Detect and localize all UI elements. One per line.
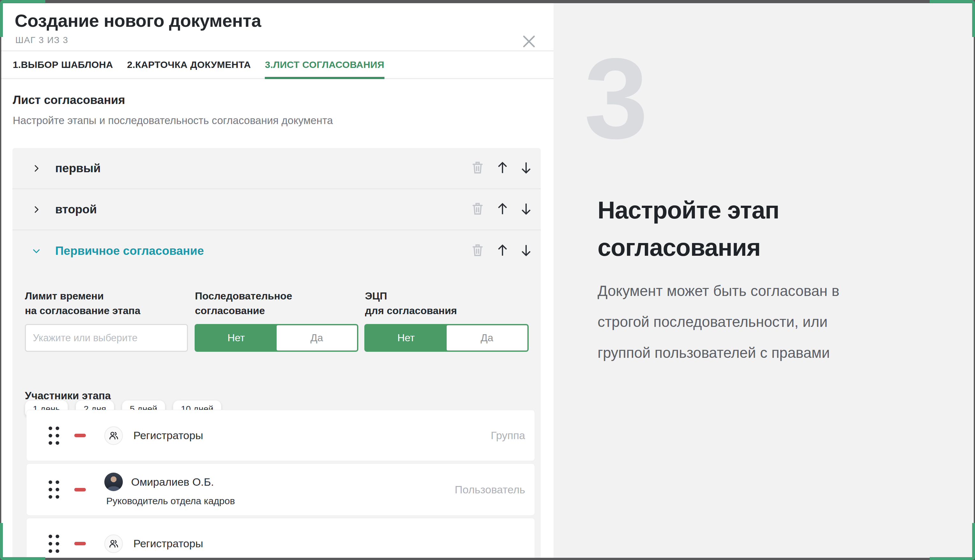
signature-toggle: Нет Да xyxy=(364,324,529,352)
delete-stage-button[interactable] xyxy=(470,201,485,217)
backdrop-sliver-left xyxy=(0,0,1,560)
move-stage-up-button[interactable] xyxy=(496,160,509,177)
trash-icon xyxy=(470,160,485,177)
arrow-up-icon xyxy=(496,160,509,177)
group-icon xyxy=(104,427,123,445)
step-big-number: 3 xyxy=(584,41,648,156)
stage-actions xyxy=(470,201,533,217)
move-stage-down-button[interactable] xyxy=(520,160,533,177)
participants-heading: Участники этапа xyxy=(25,390,111,402)
stage-row-3[interactable]: Первичное согласование xyxy=(12,230,541,272)
sequential-option-yes[interactable]: Да xyxy=(277,325,357,350)
participant-type: Группа xyxy=(491,429,525,442)
arrow-down-icon xyxy=(520,201,533,217)
section-title: Лист согласования xyxy=(13,93,125,107)
participant-position: Руководитель отдела кадров xyxy=(106,496,235,507)
signature-option-yes[interactable]: Да xyxy=(447,325,528,350)
modal-title: Создание нового документа xyxy=(15,10,261,31)
tab-template-choice[interactable]: 1.ВЫБОР ШАБЛОНА xyxy=(13,51,113,78)
move-stage-up-button[interactable] xyxy=(496,201,509,217)
stage-row-2[interactable]: второй xyxy=(12,189,541,230)
participant-name: Омиралиев О.Б. xyxy=(131,476,214,488)
drag-handle-icon[interactable] xyxy=(48,480,60,499)
close-icon xyxy=(519,31,539,52)
remove-participant-button[interactable] xyxy=(74,484,86,495)
stage-title: второй xyxy=(55,203,97,216)
drag-handle-icon[interactable] xyxy=(48,426,60,445)
trash-icon xyxy=(470,243,485,259)
stages-accordion: первый xyxy=(12,148,541,558)
chevron-down-icon[interactable] xyxy=(32,246,41,256)
trash-icon xyxy=(470,201,485,217)
screenshot-frame: Создание нового документа ШАГ 3 ИЗ 3 1.В… xyxy=(0,0,975,560)
highlight-corner-top-right xyxy=(930,0,975,37)
signature-label: ЭЦП для согласования xyxy=(365,288,457,318)
remove-participant-button[interactable] xyxy=(74,430,86,442)
close-button[interactable] xyxy=(519,31,539,52)
stage-actions xyxy=(470,160,533,177)
participant-row: Регистраторы xyxy=(26,518,535,558)
sequential-label: Последовательное согласование xyxy=(195,288,292,318)
participant-row: Омиралиев О.Б. Руководитель отдела кадро… xyxy=(26,463,535,516)
drag-handle-icon[interactable] xyxy=(48,534,60,553)
tab-approval-sheet[interactable]: 3.ЛИСТ СОГЛАСОВАНИЯ xyxy=(265,51,384,78)
move-stage-up-button[interactable] xyxy=(496,243,509,259)
arrow-down-icon xyxy=(520,160,533,177)
arrow-down-icon xyxy=(520,243,533,259)
highlight-corner-bottom-left xyxy=(0,523,45,560)
minus-icon xyxy=(74,542,86,545)
time-limit-label: Лимит времени на согласование этапа xyxy=(25,288,140,318)
chevron-right-icon[interactable] xyxy=(32,205,41,214)
participant-name: Регистраторы xyxy=(134,537,203,550)
remove-participant-button[interactable] xyxy=(74,538,86,550)
wizard-tabs: 1.ВЫБОР ШАБЛОНА 2.КАРТОЧКА ДОКУМЕНТА 3.Л… xyxy=(1,51,554,79)
participants-list: Регистраторы Группа xyxy=(26,410,535,558)
participant-row: Регистраторы Группа xyxy=(26,410,535,461)
group-icon xyxy=(104,535,123,553)
time-limit-input[interactable] xyxy=(25,324,188,352)
highlight-corner-top-left xyxy=(0,0,45,37)
info-panel: 3 Настройте этап согласования Документ м… xyxy=(554,3,974,558)
info-heading: Настройте этап согласования xyxy=(598,191,955,266)
sequential-option-no[interactable]: Нет xyxy=(196,325,277,350)
participant-type: Пользователь xyxy=(455,483,525,496)
delete-stage-button[interactable] xyxy=(470,243,485,259)
info-paragraph: Документ может быть согласован в строгой… xyxy=(598,275,958,368)
chevron-right-icon[interactable] xyxy=(32,163,41,173)
create-document-modal: Создание нового документа ШАГ 3 ИЗ 3 1.В… xyxy=(1,3,554,558)
stage-row-1[interactable]: первый xyxy=(12,148,541,189)
move-stage-down-button[interactable] xyxy=(520,243,533,259)
arrow-up-icon xyxy=(496,201,509,217)
minus-icon xyxy=(74,488,86,492)
stage-settings: Лимит времени на согласование этапа Посл… xyxy=(12,272,541,558)
participant-user-block: Омиралиев О.Б. Руководитель отдела кадро… xyxy=(104,473,235,507)
stage-title: первый xyxy=(55,162,101,175)
highlight-corner-bottom-right xyxy=(930,523,975,560)
sequential-toggle: Нет Да xyxy=(195,324,358,352)
section-description: Настройте этапы и последовательность сог… xyxy=(13,115,333,127)
stage-title: Первичное согласование xyxy=(55,244,204,258)
signature-option-no[interactable]: Нет xyxy=(366,325,447,350)
move-stage-down-button[interactable] xyxy=(520,201,533,217)
participant-name: Регистраторы xyxy=(134,429,203,442)
stage-actions xyxy=(470,243,533,259)
delete-stage-button[interactable] xyxy=(470,160,485,177)
arrow-up-icon xyxy=(496,243,509,259)
backdrop-sliver-bottom xyxy=(1,558,974,560)
backdrop-sliver-top xyxy=(1,0,974,3)
minus-icon xyxy=(74,434,86,437)
avatar xyxy=(104,473,123,491)
backdrop-sliver-right xyxy=(974,0,975,560)
tab-document-card[interactable]: 2.КАРТОЧКА ДОКУМЕНТА xyxy=(127,51,251,78)
